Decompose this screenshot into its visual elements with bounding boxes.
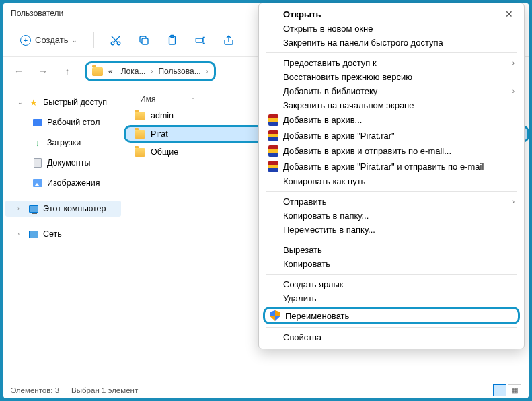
ctx-copy[interactable]: Копировать bbox=[259, 257, 524, 271]
sidebar-documents[interactable]: Документы bbox=[5, 155, 121, 171]
folder-icon bbox=[135, 112, 145, 120]
star-icon: ★ bbox=[28, 97, 39, 108]
file-name: Общие bbox=[151, 147, 178, 157]
ctx-pin-start[interactable]: Закрепить на начальном экране bbox=[259, 98, 524, 112]
ctx-copy-as-path[interactable]: Копировать как путь bbox=[259, 174, 524, 188]
rar-icon bbox=[268, 114, 278, 126]
sidebar-this-pc[interactable]: › Этот компьютер bbox=[5, 200, 121, 217]
ctx-add-archive[interactable]: Добавить в архив... bbox=[259, 112, 524, 128]
desktop-icon bbox=[33, 119, 42, 126]
label: Рабочий стол bbox=[47, 118, 100, 127]
ctx-cut[interactable]: Вырезать bbox=[259, 243, 524, 257]
chevron-down-icon: ⌄ bbox=[17, 99, 24, 106]
chevron-right-icon: › bbox=[512, 59, 515, 67]
file-name: admin bbox=[151, 111, 174, 120]
plus-icon: + bbox=[20, 35, 31, 46]
svg-rect-5 bbox=[196, 38, 204, 42]
folder-icon bbox=[135, 148, 145, 157]
cut-icon[interactable] bbox=[104, 28, 128, 52]
view-icons-button[interactable]: ▦ bbox=[508, 384, 521, 396]
image-icon bbox=[33, 179, 42, 187]
chevron-right-icon: › bbox=[17, 205, 24, 212]
shield-icon bbox=[270, 310, 280, 321]
ctx-move-to-folder[interactable]: Переместить в папку... bbox=[259, 223, 524, 237]
label: Сеть bbox=[43, 229, 62, 239]
forward-button[interactable]: → bbox=[34, 62, 52, 81]
label: Загрузки bbox=[47, 138, 81, 147]
paste-icon[interactable] bbox=[160, 28, 184, 52]
label: Документы bbox=[47, 158, 90, 168]
sort-arrow-icon: ˅ bbox=[192, 97, 194, 103]
ctx-open-new-window[interactable]: Открыть в новом окне bbox=[259, 22, 524, 36]
separator bbox=[266, 240, 517, 240]
separator bbox=[266, 327, 517, 328]
sidebar-network[interactable]: › Сеть bbox=[5, 226, 121, 242]
download-icon: ↓ bbox=[32, 137, 43, 148]
statusbar: Элементов: 3 Выбран 1 элемент ☰ ▦ bbox=[3, 381, 529, 398]
rar-icon bbox=[268, 130, 278, 141]
sidebar-quick-access[interactable]: ⌄ ★ Быстрый доступ bbox=[5, 94, 121, 110]
item-count: Элементов: 3 bbox=[11, 386, 59, 394]
separator bbox=[266, 191, 517, 192]
ctx-open[interactable]: Открыть bbox=[259, 7, 524, 22]
crumb-prefix: « bbox=[106, 65, 116, 77]
ctx-send-to[interactable]: Отправить› bbox=[259, 194, 524, 209]
network-icon bbox=[29, 231, 38, 238]
svg-point-0 bbox=[112, 42, 115, 45]
ctx-add-library[interactable]: Добавить в библиотеку› bbox=[259, 84, 524, 98]
document-icon bbox=[34, 158, 42, 168]
chevron-down-icon: ⌄ bbox=[72, 37, 77, 44]
crumb-seg2[interactable]: Пользова... bbox=[155, 65, 203, 77]
ctx-archive-email[interactable]: Добавить в архив и отправить по e-mail..… bbox=[259, 143, 524, 159]
copy-icon[interactable] bbox=[132, 28, 156, 52]
ctx-properties[interactable]: Свойства bbox=[259, 330, 524, 344]
share-icon[interactable] bbox=[217, 28, 241, 52]
window-title: Пользователи bbox=[11, 9, 63, 18]
ctx-rename[interactable]: Переименовать bbox=[263, 307, 520, 324]
ctx-create-shortcut[interactable]: Создать ярлык bbox=[259, 277, 524, 291]
create-button[interactable]: + Создать ⌄ bbox=[13, 32, 84, 48]
up-button[interactable]: ↑ bbox=[58, 62, 77, 81]
ctx-grant-access[interactable]: Предоставить доступ к› bbox=[259, 56, 524, 70]
ctx-restore-version[interactable]: Восстановить прежнюю версию bbox=[259, 70, 524, 84]
separator bbox=[93, 32, 94, 48]
ctx-pin-quick-access[interactable]: Закрепить на панели быстрого доступа bbox=[259, 36, 524, 50]
rar-icon bbox=[268, 161, 278, 172]
context-menu: ✕ Открыть Открыть в новом окне Закрепить… bbox=[258, 3, 525, 349]
separator bbox=[266, 52, 517, 53]
folder-icon bbox=[92, 67, 103, 76]
view-details-button[interactable]: ☰ bbox=[493, 384, 506, 396]
rename-icon[interactable] bbox=[188, 28, 213, 52]
ctx-copy-to-folder[interactable]: Копировать в папку... bbox=[259, 209, 524, 223]
label: Быстрый доступ bbox=[43, 98, 107, 107]
crumb-seg1[interactable]: Лока... bbox=[118, 65, 149, 77]
chevron-right-icon[interactable]: › bbox=[206, 68, 208, 75]
chevron-right-icon: › bbox=[17, 231, 24, 238]
separator bbox=[266, 274, 517, 275]
chevron-right-icon[interactable]: › bbox=[151, 68, 153, 75]
sidebar-desktop[interactable]: Рабочий стол bbox=[5, 114, 121, 131]
ctx-add-archive-named[interactable]: Добавить в архив "Pirat.rar" bbox=[259, 128, 524, 143]
file-name: Pirat bbox=[151, 129, 168, 139]
computer-icon bbox=[29, 205, 38, 213]
address-bar[interactable]: « Лока... › Пользова... › bbox=[85, 61, 216, 81]
label: Изображения bbox=[47, 178, 100, 188]
label: Этот компьютер bbox=[43, 204, 106, 213]
sidebar-downloads[interactable]: ↓ Загрузки bbox=[5, 135, 121, 151]
chevron-right-icon: › bbox=[512, 198, 515, 205]
ctx-archive-named-email[interactable]: Добавить в архив "Pirat.rar" и отправить… bbox=[259, 159, 524, 174]
rar-icon bbox=[268, 145, 278, 157]
sidebar: ⌄ ★ Быстрый доступ Рабочий стол ↓ Загруз… bbox=[3, 86, 124, 381]
column-header-name[interactable]: Имя ˅ bbox=[132, 92, 202, 106]
back-button[interactable]: ← bbox=[9, 62, 28, 81]
sidebar-pictures[interactable]: Изображения bbox=[5, 175, 121, 191]
svg-rect-2 bbox=[142, 38, 148, 44]
folder-icon bbox=[135, 130, 145, 139]
create-label: Создать bbox=[35, 35, 68, 45]
selection-count: Выбран 1 элемент bbox=[71, 386, 138, 394]
chevron-right-icon: › bbox=[512, 87, 515, 95]
ctx-delete[interactable]: Удалить bbox=[259, 291, 524, 305]
svg-point-1 bbox=[118, 42, 121, 45]
